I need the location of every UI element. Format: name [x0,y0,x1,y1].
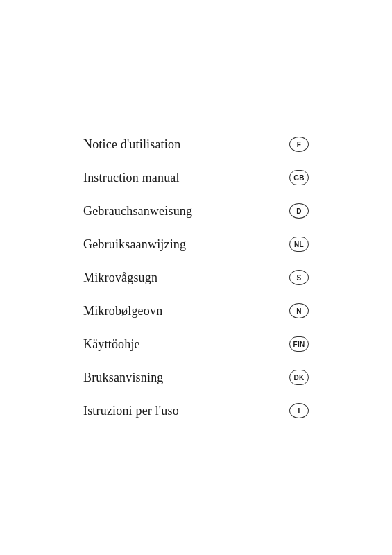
manual-item-bruksanvisning: BruksanvisningDK [83,361,309,394]
lang-badge-instruction-manual: GB [289,170,309,185]
manual-item-gebrauchsanweisung: GebrauchsanweisungD [83,194,309,228]
manual-label-mikrovagsugn: Mikrovågsugn [83,271,157,285]
manual-label-kayttoohje: Käyttöohje [83,337,140,352]
manual-item-instruction-manual: Instruction manualGB [83,161,309,194]
manual-item-gebruiksaanwijzing: GebruiksaanwijzingNL [83,228,309,261]
manual-item-mikrobolgeovn: MikrobølgeovnN [83,294,309,327]
lang-badge-gebrauchsanweisung: D [289,203,309,219]
lang-badge-kayttoohje: FIN [289,336,309,352]
lang-badge-gebruiksaanwijzing: NL [289,237,309,252]
lang-badge-mikrobolgeovn: N [289,303,309,318]
lang-badge-mikrovagsugn: S [289,270,309,285]
manual-item-kayttoohje: KäyttöohjeFIN [83,327,309,361]
manual-label-gebruiksaanwijzing: Gebruiksaanwijzing [83,237,186,252]
manual-list: Notice d'utilisationFInstruction manualG… [0,128,392,427]
manual-label-bruksanvisning: Bruksanvisning [83,370,164,385]
manual-label-instruction-manual: Instruction manual [83,171,180,185]
manual-label-mikrobolgeovn: Mikrobølgeovn [83,304,162,318]
lang-badge-notice-utilisation: F [289,137,309,152]
manual-item-notice-utilisation: Notice d'utilisationF [83,128,309,161]
manual-item-istruzioni-per-uso: Istruzioni per l'usoI [83,394,309,427]
lang-badge-bruksanvisning: DK [289,370,309,385]
lang-badge-istruzioni-per-uso: I [289,403,309,418]
manual-label-istruzioni-per-uso: Istruzioni per l'uso [83,404,179,418]
manual-label-notice-utilisation: Notice d'utilisation [83,137,180,152]
manual-item-mikrovagsugn: MikrovågsugnS [83,261,309,294]
manual-label-gebrauchsanweisung: Gebrauchsanweisung [83,204,192,219]
